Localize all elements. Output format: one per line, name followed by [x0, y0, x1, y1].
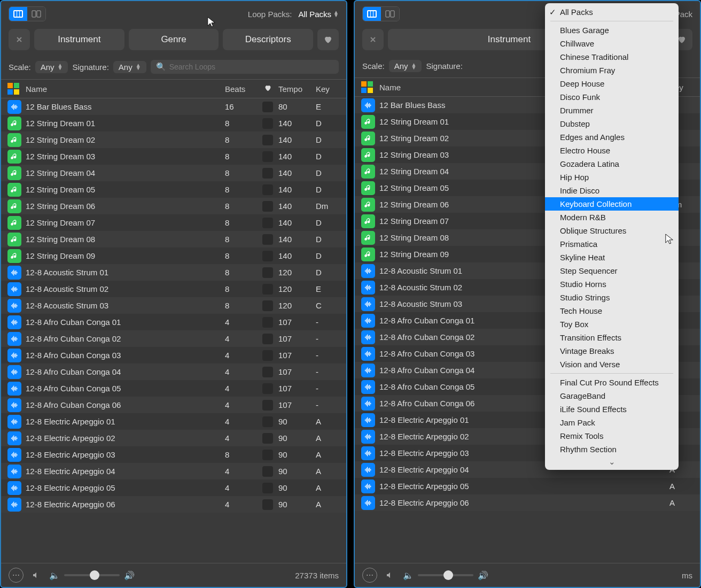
search-box[interactable]: 🔍 — [151, 60, 339, 74]
menu-item[interactable]: Jam Pack — [545, 416, 679, 429]
menu-item[interactable]: Edges and Angles — [545, 130, 679, 144]
column-name[interactable]: Name — [26, 84, 225, 94]
table-row[interactable]: 12-8 Afro Cuban Conga 024107- — [1, 330, 346, 347]
table-row[interactable]: 12 String Dream 048140D — [1, 165, 346, 181]
menu-item[interactable]: All Packs — [545, 5, 679, 19]
table-row[interactable]: 12 String Dream 038140D — [1, 148, 346, 165]
view-grid-button[interactable] — [9, 7, 27, 21]
table-row[interactable]: 12-8 Electric Arpeggio 04490A — [1, 463, 346, 479]
table-row[interactable]: 12 String Dream 088140D — [1, 231, 346, 247]
loop-favorite-toggle[interactable] — [257, 499, 278, 510]
table-row[interactable]: 12-8 Acoustic Strum 038120C — [1, 297, 346, 314]
volume-thumb[interactable] — [90, 570, 99, 580]
menu-item[interactable]: Chromium Fray — [545, 64, 679, 77]
column-favorite[interactable] — [257, 84, 278, 94]
loop-favorite-toggle[interactable] — [257, 118, 278, 129]
menu-item[interactable]: Dubstep — [545, 117, 679, 130]
table-row[interactable]: 12-8 Acoustic Strum 028120E — [1, 281, 346, 297]
menu-item[interactable]: Keyboard Collection — [545, 197, 679, 211]
loop-favorite-toggle[interactable] — [257, 151, 278, 162]
loop-favorite-toggle[interactable] — [257, 218, 278, 228]
menu-item[interactable]: Vintage Breaks — [545, 344, 679, 358]
menu-item[interactable]: Chinese Traditional — [545, 50, 679, 64]
loop-favorite-toggle[interactable] — [257, 400, 278, 411]
loop-options-button[interactable]: ⋯ — [9, 568, 24, 583]
menu-item[interactable]: Electro House — [545, 144, 679, 157]
menu-item[interactable]: Drummer — [545, 104, 679, 117]
menu-item[interactable]: Oblique Structures — [545, 224, 679, 237]
table-row[interactable]: 12 String Dream 028140D — [1, 131, 346, 148]
loop-options-button[interactable]: ⋯ — [362, 568, 377, 583]
menu-item[interactable]: Transition Effects — [545, 331, 679, 344]
table-row[interactable]: 12-8 Afro Cuban Conga 034107- — [1, 347, 346, 363]
table-row[interactable]: 12-8 Acoustic Strum 018120D — [1, 264, 346, 281]
menu-item[interactable]: Step Sequencer — [545, 264, 679, 277]
column-category-icon[interactable] — [361, 81, 379, 93]
scale-select[interactable]: Any ▲▼ — [389, 60, 422, 72]
loop-favorite-toggle[interactable] — [257, 367, 278, 377]
view-columns-button[interactable] — [27, 7, 45, 21]
signature-select[interactable]: Any ▲▼ — [113, 61, 146, 73]
column-tempo[interactable]: Tempo — [278, 84, 316, 94]
loop-favorite-toggle[interactable] — [257, 102, 278, 112]
table-row[interactable]: 12 String Dream 068140Dm — [1, 198, 346, 214]
loop-packs-dropdown[interactable]: All Packs ▲▼ — [298, 10, 339, 19]
table-row[interactable]: 12 Bar Blues Bass1680E — [1, 98, 346, 115]
menu-item[interactable]: Studio Strings — [545, 291, 679, 304]
loop-favorite-toggle[interactable] — [257, 135, 278, 145]
loop-favorite-toggle[interactable] — [257, 168, 278, 179]
preview-play-button[interactable] — [29, 568, 44, 583]
table-row[interactable]: 12-8 Electric Arpeggio 06490A — [1, 496, 346, 513]
volume-track[interactable] — [418, 574, 473, 576]
loop-favorite-toggle[interactable] — [257, 267, 278, 278]
menu-item[interactable]: Studio Horns — [545, 277, 679, 291]
loop-list[interactable]: 12 Bar Blues Bass1680E12 String Dream 01… — [1, 98, 346, 563]
loop-packs-menu[interactable]: All PacksBlues GarageChillwaveChinese Tr… — [545, 3, 679, 470]
table-row[interactable]: 12-8 Afro Cuban Conga 044107- — [1, 363, 346, 380]
loop-favorite-toggle[interactable] — [257, 383, 278, 394]
column-key[interactable]: Key — [316, 84, 340, 94]
volume-slider[interactable]: 🔈 🔊 — [49, 570, 135, 581]
table-row[interactable]: 12 String Dream 018140D — [1, 115, 346, 131]
menu-item[interactable]: Skyline Heat — [545, 251, 679, 264]
menu-item[interactable]: Deep House — [545, 77, 679, 90]
menu-item[interactable]: Gozadera Latina — [545, 157, 679, 171]
loop-favorite-toggle[interactable] — [257, 251, 278, 261]
loop-favorite-toggle[interactable] — [257, 201, 278, 212]
tab-instrument[interactable]: Instrument — [34, 29, 124, 50]
menu-item[interactable]: Blues Garage — [545, 24, 679, 37]
table-row[interactable]: 12-8 Electric Arpeggio 01490A — [1, 413, 346, 430]
loop-favorite-toggle[interactable] — [257, 450, 278, 460]
table-row[interactable]: 12-8 Electric Arpeggio 06A — [355, 494, 700, 511]
menu-item[interactable]: Rhythm Section — [545, 443, 679, 456]
loop-favorite-toggle[interactable] — [257, 433, 278, 444]
table-row[interactable]: 12 String Dream 098140D — [1, 247, 346, 264]
loop-favorite-toggle[interactable] — [257, 483, 278, 493]
volume-track[interactable] — [64, 574, 120, 576]
preview-play-button[interactable] — [383, 568, 398, 583]
loop-favorite-toggle[interactable] — [257, 416, 278, 427]
tab-genre[interactable]: Genre — [129, 29, 219, 50]
clear-filters-button[interactable] — [9, 29, 30, 50]
volume-thumb[interactable] — [443, 570, 453, 580]
loop-favorite-toggle[interactable] — [257, 350, 278, 361]
chevron-down-icon[interactable]: ⌄ — [545, 456, 679, 468]
menu-item[interactable]: Prismatica — [545, 237, 679, 251]
table-row[interactable]: 12 String Dream 058140D — [1, 181, 346, 198]
clear-filters-button[interactable] — [362, 29, 384, 50]
menu-item[interactable]: Hip Hop — [545, 171, 679, 184]
loop-favorite-toggle[interactable] — [257, 284, 278, 295]
menu-item[interactable]: Final Cut Pro Sound Effects — [545, 376, 679, 389]
menu-item[interactable]: GarageBand — [545, 389, 679, 403]
table-row[interactable]: 12-8 Afro Cuban Conga 014107- — [1, 314, 346, 330]
search-input[interactable] — [169, 63, 333, 71]
menu-item[interactable]: Remix Tools — [545, 429, 679, 443]
loop-favorite-toggle[interactable] — [257, 184, 278, 195]
loop-favorite-toggle[interactable] — [257, 317, 278, 328]
table-row[interactable]: 12-8 Afro Cuban Conga 064107- — [1, 397, 346, 413]
menu-item[interactable]: Toy Box — [545, 318, 679, 331]
tab-descriptors[interactable]: Descriptors — [223, 29, 313, 50]
menu-item[interactable]: Indie Disco — [545, 184, 679, 197]
table-row[interactable]: 12-8 Electric Arpeggio 05490A — [1, 479, 346, 496]
menu-item[interactable]: iLife Sound Effects — [545, 403, 679, 416]
